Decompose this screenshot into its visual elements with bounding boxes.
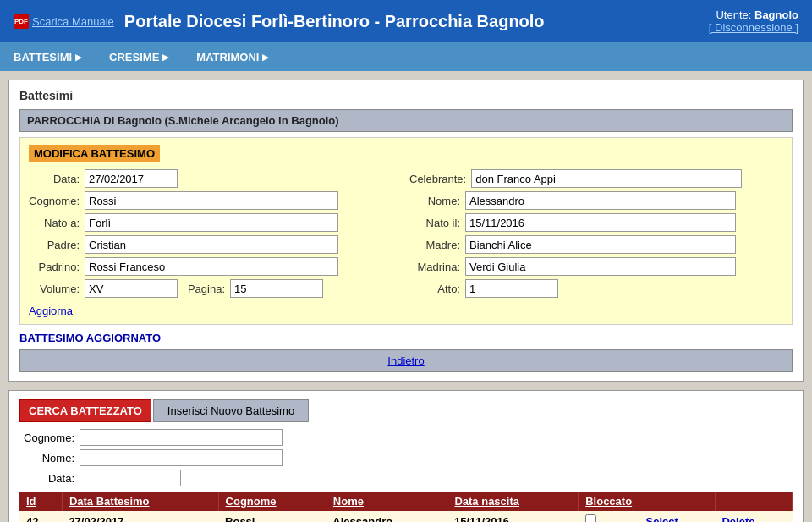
field-volume: Volume: Pagina: <box>29 279 403 298</box>
data-input[interactable] <box>85 169 178 188</box>
modifica-title: MODIFICA BATTESIMO <box>29 145 160 162</box>
nato-il-input[interactable] <box>465 213 736 232</box>
field-padrino: Padrino: <box>29 257 403 276</box>
select-link[interactable]: Select <box>646 515 678 523</box>
field-padre: Padre: <box>29 235 403 254</box>
nav-cresime-label: CRESIME <box>109 51 159 63</box>
cell-id: 42 <box>19 511 62 522</box>
col-data-nascita[interactable]: Data nascita <box>447 492 579 511</box>
header-right: Utente: Bagnolo [ Disconnessione ] <box>709 8 798 34</box>
nav-cresime-arrow: ▶ <box>162 52 169 62</box>
atto-label: Atto: <box>409 283 460 295</box>
row-nato: Nato a: Nato il: <box>29 213 783 232</box>
search-nome-input[interactable] <box>80 449 283 466</box>
volume-input[interactable] <box>85 279 178 298</box>
padre-input[interactable] <box>85 235 338 254</box>
user-name: Bagnolo <box>754 8 798 21</box>
search-cognome-label: Cognome: <box>19 431 74 444</box>
field-nato-a: Nato a: <box>29 213 403 232</box>
header: PDF Scarica Manuale Portale Diocesi Forl… <box>0 0 812 42</box>
nato-il-label: Nato il: <box>409 217 460 229</box>
table-row: 42 27/02/2017 Rossi Alessandro 15/11/201… <box>19 511 793 522</box>
cell-nome: Alessandro <box>326 511 447 522</box>
cell-data-battesimo: 27/02/2017 <box>62 511 218 522</box>
nome-input[interactable] <box>465 191 736 210</box>
cell-cognome: Rossi <box>218 511 326 522</box>
col-cognome[interactable]: Cognome <box>218 492 326 511</box>
aggiorna-link[interactable]: Aggiorna <box>29 305 73 317</box>
nav-battesimi[interactable]: BATTESIMI ▶ <box>0 42 96 71</box>
field-cognome: Cognome: <box>29 191 403 210</box>
cell-select: Select <box>639 511 716 522</box>
nav-matrimoni-label: MATRIMONI <box>196 51 259 63</box>
data-label: Data: <box>29 173 80 185</box>
field-nato-il: Nato il: <box>409 213 783 232</box>
search-data-input[interactable] <box>80 470 181 486</box>
field-celebrante: Celebrante: <box>409 169 783 188</box>
col-id[interactable]: Id <box>19 492 62 511</box>
celebrante-input[interactable] <box>471 169 742 188</box>
col-delete-header <box>715 492 792 511</box>
madrina-input[interactable] <box>465 257 736 276</box>
nav-matrimoni[interactable]: MATRIMONI ▶ <box>183 42 283 71</box>
cerca-header: CERCA BATTEZZATO Inserisci Nuovo Battesi… <box>19 399 793 422</box>
nav-battesimi-label: BATTESIMI <box>14 51 72 63</box>
col-nome[interactable]: Nome <box>326 492 447 511</box>
field-madre: Madre: <box>409 235 783 254</box>
field-data: Data: <box>29 169 403 188</box>
results-table: Id Data Battesimo Cognome Nome Data nasc… <box>19 492 793 522</box>
col-select-header <box>639 492 716 511</box>
nav-cresime[interactable]: CRESIME ▶ <box>96 42 183 71</box>
row-padrino-madrina: Padrino: Madrina: <box>29 257 783 276</box>
disconnect-link[interactable]: [ Disconnessione ] <box>709 21 798 34</box>
navbar: BATTESIMI ▶ CRESIME ▶ MATRIMONI ▶ <box>0 42 812 71</box>
madre-input[interactable] <box>465 235 736 254</box>
main-content: Battesimi PARROCCHIA DI Bagnolo (S.Miche… <box>0 71 812 522</box>
cell-delete: Delete <box>715 511 792 522</box>
volume-label: Volume: <box>29 283 80 295</box>
madrina-label: Madrina: <box>409 261 460 273</box>
field-madrina: Madrina: <box>409 257 783 276</box>
nav-matrimoni-arrow: ▶ <box>262 52 269 62</box>
manual-link-container[interactable]: PDF Scarica Manuale <box>14 14 114 29</box>
row-cognome-nome: Cognome: Nome: <box>29 191 783 210</box>
nome-label: Nome: <box>409 195 460 207</box>
nato-a-input[interactable] <box>85 213 338 232</box>
header-left: PDF Scarica Manuale Portale Diocesi Forl… <box>14 12 545 31</box>
user-info: Utente: Bagnolo <box>709 8 798 21</box>
search-row-cognome: Cognome: <box>19 429 793 446</box>
madre-label: Madre: <box>409 239 460 251</box>
indietro-link[interactable]: Indietro <box>387 354 424 367</box>
user-label: Utente: <box>716 8 751 21</box>
section-header: PARROCCHIA DI Bagnolo (S.Michele Arcange… <box>19 109 793 132</box>
manual-link[interactable]: Scarica Manuale <box>32 15 114 28</box>
cognome-label: Cognome: <box>29 195 80 207</box>
row-volume-pagina-atto: Volume: Pagina: Atto: <box>29 279 783 298</box>
search-cognome-input[interactable] <box>80 429 283 446</box>
atto-input[interactable] <box>465 279 558 298</box>
indietro-bar: Indietro <box>19 349 793 372</box>
page-title: Portale Diocesi Forlì-Bertinoro - Parroc… <box>124 12 545 31</box>
battesimo-aggiornato-text: BATTESIMO AGGIORNATO <box>19 332 793 344</box>
cell-data-nascita: 15/11/2016 <box>447 511 579 522</box>
search-section: CERCA BATTEZZATO Inserisci Nuovo Battesi… <box>8 390 804 522</box>
pagina-label: Pagina: <box>183 283 225 295</box>
padrino-input[interactable] <box>85 257 338 276</box>
bloccato-checkbox[interactable] <box>585 514 596 522</box>
search-row-nome: Nome: <box>19 449 793 466</box>
delete-link[interactable]: Delete <box>721 515 754 523</box>
pagina-input[interactable] <box>230 279 323 298</box>
col-bloccato[interactable]: Bloccato <box>579 492 639 511</box>
form-area: MODIFICA BATTESIMO Data: Celebrante: Cog… <box>19 137 793 325</box>
padrino-label: Padrino: <box>29 261 80 273</box>
battesimi-card: Battesimi PARROCCHIA DI Bagnolo (S.Miche… <box>8 80 804 382</box>
cerca-title: CERCA BATTEZZATO <box>19 399 151 422</box>
inserisci-button[interactable]: Inserisci Nuovo Battesimo <box>153 399 309 422</box>
search-row-data: Data: <box>19 470 793 486</box>
table-header-row: Id Data Battesimo Cognome Nome Data nasc… <box>19 492 793 511</box>
col-data-battesimo[interactable]: Data Battesimo <box>62 492 218 511</box>
card-title: Battesimi <box>19 89 793 102</box>
nato-a-label: Nato a: <box>29 217 80 229</box>
cognome-input[interactable] <box>85 191 338 210</box>
padre-label: Padre: <box>29 239 80 251</box>
